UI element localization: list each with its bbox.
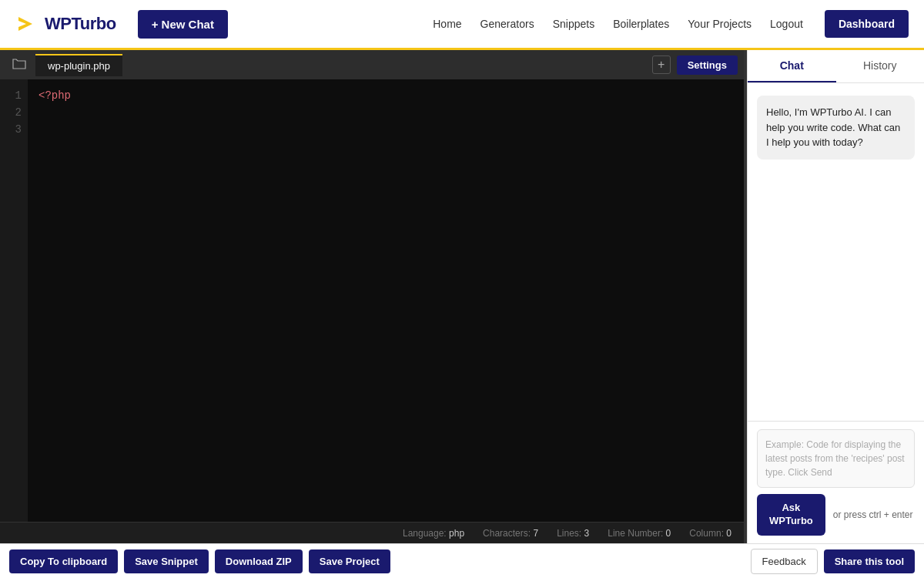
dashboard-button[interactable]: Dashboard <box>825 10 909 38</box>
new-chat-button[interactable]: + New Chat <box>138 10 228 39</box>
logo-area: WPTurbo + New Chat <box>15 10 228 39</box>
app-header: WPTurbo + New Chat Home Generators Snipp… <box>0 0 924 50</box>
nav-home[interactable]: Home <box>433 18 461 30</box>
bottom-toolbar: Copy To clipboard Save Snippet Download … <box>0 543 924 578</box>
feedback-button[interactable]: Feedback <box>751 549 818 574</box>
file-tab-wp-plugin[interactable]: wp-plugin.php <box>35 54 122 76</box>
nav-your-projects[interactable]: Your Projects <box>688 18 752 30</box>
line-number-2: 2 <box>6 104 22 121</box>
wpturbo-logo-icon <box>15 12 38 35</box>
save-snippet-button[interactable]: Save Snippet <box>124 549 209 573</box>
share-tool-button[interactable]: Share this tool <box>824 549 915 573</box>
line-numbers: 1 2 3 <box>0 79 28 522</box>
right-panel: Chat History Hello, I'm WPTurbo AI. I ca… <box>747 50 924 543</box>
nav-boilerplates[interactable]: Boilerplates <box>613 18 669 30</box>
status-column: Column: 0 <box>689 528 732 539</box>
panel-tabs: Chat History <box>748 50 924 83</box>
press-hint-text: or press ctrl + enter <box>833 509 913 520</box>
ai-greeting-message: Hello, I'm WPTurbo AI. I can help you wr… <box>757 96 915 160</box>
copy-to-clipboard-button[interactable]: Copy To clipboard <box>9 549 118 573</box>
tab-bar: wp-plugin.php + Settings <box>0 50 744 79</box>
tab-history[interactable]: History <box>836 50 925 82</box>
tab-actions: + Settings <box>652 55 738 75</box>
status-line-number: Line Number: 0 <box>608 528 671 539</box>
chat-input-area: Example: Code for displaying the latest … <box>748 421 924 543</box>
status-characters: Characters: 7 <box>483 528 538 539</box>
status-lines: Lines: 3 <box>557 528 589 539</box>
logo-text: WPTurbo <box>45 14 116 34</box>
editor-area: wp-plugin.php + Settings 1 2 3 <?php Lan… <box>0 50 744 543</box>
code-content[interactable]: <?php <box>28 79 744 522</box>
settings-button[interactable]: Settings <box>677 55 738 75</box>
line-number-3: 3 <box>6 121 22 138</box>
nav-generators[interactable]: Generators <box>480 18 534 30</box>
svg-marker-0 <box>18 17 32 31</box>
status-bar: Language: php Characters: 7 Lines: 3 Lin… <box>0 522 744 543</box>
add-file-button[interactable]: + <box>652 55 671 74</box>
folder-icon[interactable] <box>6 54 32 76</box>
ask-btn-row: Ask WPTurbo or press ctrl + enter <box>757 494 915 536</box>
status-language: Language: php <box>403 528 464 539</box>
nav-snippets[interactable]: Snippets <box>553 18 594 30</box>
chat-area: Hello, I'm WPTurbo AI. I can help you wr… <box>748 83 924 421</box>
code-editor[interactable]: 1 2 3 <?php <box>0 79 744 522</box>
nav-links: Home Generators Snippets Boilerplates Yo… <box>433 10 909 38</box>
download-zip-button[interactable]: Download ZIP <box>215 549 303 573</box>
main-layout: wp-plugin.php + Settings 1 2 3 <?php Lan… <box>0 50 924 543</box>
ask-wpturbo-button[interactable]: Ask WPTurbo <box>757 494 825 536</box>
nav-logout[interactable]: Logout <box>770 18 803 30</box>
save-project-button[interactable]: Save Project <box>309 549 390 573</box>
chat-input-placeholder[interactable]: Example: Code for displaying the latest … <box>757 429 915 488</box>
tab-chat[interactable]: Chat <box>748 50 836 82</box>
line-number-1: 1 <box>6 87 22 104</box>
